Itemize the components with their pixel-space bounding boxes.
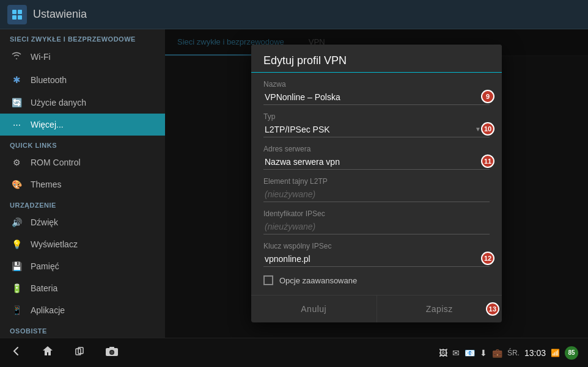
sidebar-item-display-label: Wyświetlacz	[31, 239, 78, 249]
field-input-adres[interactable]	[263, 154, 490, 170]
sidebar-item-sound-label: Dźwięk	[31, 217, 58, 227]
signal-icon: 📶	[551, 349, 560, 357]
field-label-typ: Typ	[263, 112, 490, 121]
sidebar-item-display[interactable]: 💡 Wyświetlacz	[0, 233, 165, 255]
app-title: Ustawienia	[33, 8, 87, 21]
sidebar: SIECI ZWYKŁE I BEZPRZEWODOWE Wi-Fi ✱ Blu…	[0, 29, 165, 338]
sidebar-item-data-usage-label: Użycie danych	[31, 98, 86, 107]
field-group-ipsec-key: Klucz wspólny IPSec 12	[263, 242, 490, 267]
memory-icon: 💾	[10, 261, 23, 271]
back-button[interactable]	[10, 345, 22, 360]
save-button-label: Zapisz	[426, 304, 453, 314]
step-badge-11: 11	[481, 154, 494, 168]
battery-indicator: 85	[565, 346, 578, 360]
camera-button[interactable]	[105, 346, 119, 360]
cancel-button[interactable]: Anuluj	[251, 296, 377, 322]
field-input-nazwa[interactable]	[263, 90, 490, 105]
field-label-nazwa: Nazwa	[263, 80, 490, 89]
svg-rect-9	[109, 347, 114, 349]
recent-button[interactable]	[73, 345, 86, 360]
sidebar-section-networks: SIECI ZWYKŁE I BEZPRZEWODOWE	[0, 29, 165, 45]
field-input-ipsec-key[interactable]	[263, 252, 490, 267]
bluetooth-icon: ✱	[10, 74, 23, 85]
svg-rect-1	[18, 10, 22, 14]
sound-icon: 🔊	[10, 217, 23, 227]
sidebar-item-apps[interactable]: 📱 Aplikacje	[0, 299, 165, 321]
email1-icon[interactable]: ✉	[452, 348, 460, 358]
dialog-title: Edytuj profil VPN	[263, 54, 490, 67]
sidebar-item-apps-label: Aplikacje	[31, 305, 65, 315]
sidebar-item-sound[interactable]: 🔊 Dźwięk	[0, 211, 165, 233]
home-button[interactable]	[42, 345, 54, 360]
bottom-status: 🖼 ✉ 📧 ⬇ 💼 ŚR. 13:03 📶 85	[439, 346, 578, 360]
sidebar-item-wifi-label: Wi-Fi	[31, 52, 51, 62]
checkbox-row-advanced[interactable]: Opcje zaawansowane	[263, 275, 490, 285]
themes-icon: 🎨	[10, 180, 23, 189]
app-logo	[7, 5, 27, 24]
sidebar-item-wifi[interactable]: Wi-Fi	[0, 45, 165, 68]
sidebar-item-memory[interactable]: 💾 Pamięć	[0, 255, 165, 277]
download-icon[interactable]: ⬇	[480, 348, 487, 358]
rom-icon: ⚙	[10, 158, 23, 167]
sidebar-item-battery-label: Bateria	[31, 283, 57, 293]
dialog-title-bar: Edytuj profil VPN	[251, 45, 502, 73]
checkbox-advanced-label: Opcje zaawansowane	[279, 276, 357, 285]
svg-point-8	[111, 351, 114, 354]
gallery-icon[interactable]: 🖼	[439, 348, 447, 358]
display-icon: 💡	[10, 239, 23, 249]
sidebar-item-rom-label: ROM Control	[31, 158, 81, 167]
sidebar-item-battery[interactable]: 🔋 Bateria	[0, 277, 165, 299]
sidebar-item-memory-label: Pamięć	[31, 261, 59, 271]
field-label-adres: Adres serwera	[263, 145, 490, 153]
battery-level: 85	[568, 349, 575, 356]
dialog-overlay: Edytuj profil VPN Nazwa 9 Typ ▼	[165, 29, 588, 338]
field-input-l2tp[interactable]	[263, 187, 490, 202]
sidebar-item-bluetooth[interactable]: ✱ Bluetooth	[0, 68, 165, 92]
sidebar-item-rom[interactable]: ⚙ ROM Control	[0, 151, 165, 173]
sidebar-section-quicklinks: QUICK LINKS	[0, 136, 165, 151]
field-label-ipsec-id: Identyfikator IPSec	[263, 209, 490, 218]
main-layout: SIECI ZWYKŁE I BEZPRZEWODOWE Wi-Fi ✱ Blu…	[0, 29, 588, 338]
data-usage-icon: 🔄	[10, 98, 23, 107]
email2-icon[interactable]: 📧	[465, 348, 475, 358]
dialog-body: Nazwa 9 Typ ▼ 10 Adres serwera	[251, 73, 502, 295]
battery-icon: 🔋	[10, 283, 23, 293]
sidebar-item-bluetooth-label: Bluetooth	[31, 75, 67, 85]
top-bar: Ustawienia	[0, 0, 588, 29]
step-badge-10: 10	[481, 122, 494, 136]
svg-rect-2	[12, 15, 17, 20]
day-display: ŚR.	[507, 349, 520, 357]
storage-icon[interactable]: 💼	[492, 348, 502, 358]
svg-rect-0	[12, 10, 17, 14]
time-display: 13:03	[524, 348, 546, 358]
field-group-l2tp: Element tajny L2TP	[263, 177, 490, 202]
field-input-typ[interactable]	[263, 122, 490, 137]
apps-icon: 📱	[10, 305, 23, 315]
step-badge-12: 12	[481, 252, 494, 265]
sidebar-item-more-label: Więcej...	[31, 120, 64, 129]
field-group-adres: Adres serwera 11	[263, 145, 490, 170]
content-area: Sieci zwykłe i bezprzewodowe VPN Edytuj …	[165, 29, 588, 338]
field-group-ipsec-id: Identyfikator IPSec	[263, 209, 490, 234]
wifi-icon	[10, 51, 23, 62]
checkbox-advanced[interactable]	[263, 275, 273, 285]
sidebar-item-data-usage[interactable]: 🔄 Użycie danych	[0, 92, 165, 114]
save-button[interactable]: Zapisz 13	[377, 296, 502, 322]
step-badge-13: 13	[486, 302, 499, 316]
field-input-ipsec-id[interactable]	[263, 219, 490, 234]
dropdown-arrow-icon: ▼	[475, 126, 481, 133]
sidebar-section-personal: OSOBISTE	[0, 321, 165, 337]
vpn-dialog: Edytuj profil VPN Nazwa 9 Typ ▼	[251, 45, 502, 322]
sidebar-item-more[interactable]: ⋯ Więcej...	[0, 114, 165, 136]
sidebar-item-themes[interactable]: 🎨 Themes	[0, 173, 165, 195]
field-label-l2tp: Element tajny L2TP	[263, 177, 490, 186]
field-label-ipsec-key: Klucz wspólny IPSec	[263, 242, 490, 250]
bottom-bar: 🖼 ✉ 📧 ⬇ 💼 ŚR. 13:03 📶 85	[0, 338, 588, 367]
svg-rect-3	[18, 15, 22, 20]
sidebar-section-device: URZĄDZENIE	[0, 195, 165, 211]
field-group-typ: Typ ▼ 10	[263, 112, 490, 137]
more-icon: ⋯	[10, 120, 23, 129]
field-group-nazwa: Nazwa 9	[263, 80, 490, 105]
step-badge-9: 9	[481, 90, 494, 103]
dialog-footer: Anuluj Zapisz 13	[251, 295, 502, 322]
